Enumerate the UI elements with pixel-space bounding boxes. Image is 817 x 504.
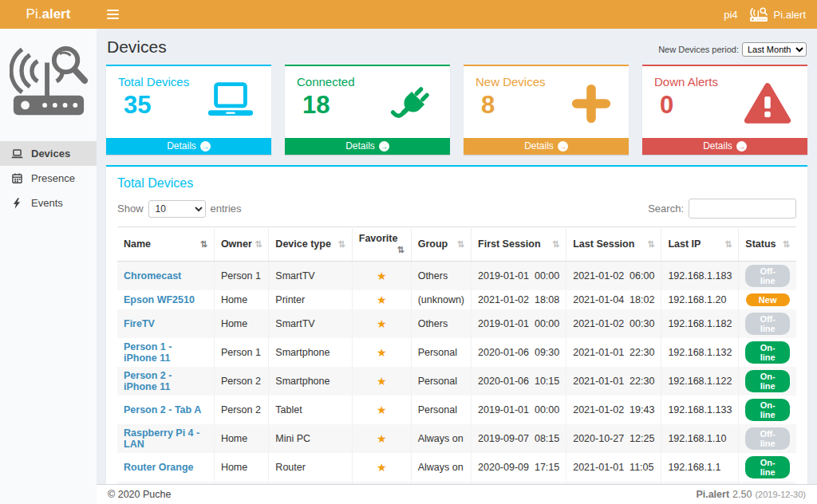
cell-ip: 192.168.1.10	[661, 424, 739, 453]
cell-group: (unknown)	[411, 290, 471, 309]
content-area: Devices New Devices period: Last Month T…	[97, 29, 817, 484]
cell-group: Personal	[411, 367, 471, 396]
column-header-status[interactable]: Status⇅	[739, 227, 796, 262]
device-link[interactable]: Raspberry Pi 4 - LAN	[124, 427, 199, 450]
summary-cards: Total Devices 35 Details→ Connected 18 D…	[106, 65, 807, 155]
sidebar-toggle-icon[interactable]	[97, 0, 128, 29]
sort-icon: ⇅	[338, 239, 345, 250]
brand-logo[interactable]: Pi.alert	[0, 6, 97, 22]
cell-ip: 192.168.1.122	[661, 367, 739, 396]
sidebar-item-events[interactable]: Events	[0, 191, 97, 215]
sidebar-item-label: Presence	[31, 172, 75, 184]
cell-status: Off-line	[739, 309, 796, 338]
sort-icon: ⇅	[200, 239, 207, 250]
arrow-circle-right-icon: →	[200, 141, 211, 152]
column-label: Last Session	[573, 238, 634, 250]
cell-date: 2021-01-04 18:02	[566, 290, 661, 309]
period-select[interactable]: Last Month	[742, 42, 807, 57]
device-link[interactable]: Person 2 - Tab A	[124, 404, 201, 415]
column-label: Name	[124, 238, 151, 250]
table-body: ChromecastPerson 1SmartTV★Others2019-01-…	[117, 262, 796, 485]
brand-suffix: alert	[41, 6, 70, 22]
page-footer: © 2020 Puche Pi.alert2.50(2019-12-30)	[97, 484, 817, 504]
cell-owner: Person 1	[214, 338, 268, 367]
top-navbar: Pi.alert pi4 Pi.alert	[0, 0, 817, 29]
favorite-star-icon: ★	[377, 317, 387, 330]
cell-ip: 192.168.1.20	[661, 290, 739, 309]
favorite-star-icon: ★	[377, 346, 387, 359]
sort-icon: ⇅	[783, 239, 790, 250]
column-label: Last IP	[668, 238, 701, 250]
sort-icon: ⇅	[457, 239, 464, 250]
cell-fav: ★	[352, 338, 411, 367]
status-badge: On-line	[745, 341, 790, 364]
cell-date: 2021-01-02 06:00	[566, 262, 661, 291]
cell-fav: ★	[352, 396, 411, 424]
cell-name: Raspberry Pi 4 - LAN	[117, 424, 214, 453]
sort-icon: ⇅	[255, 239, 262, 250]
cell-status: New	[739, 290, 796, 309]
user-menu[interactable]: Pi.alert	[749, 7, 806, 22]
column-header-name[interactable]: Name⇅	[117, 227, 214, 262]
search-input[interactable]	[689, 199, 796, 219]
sidebar-item-presence[interactable]: Presence	[0, 166, 97, 191]
cell-type: Smartphone	[269, 367, 352, 396]
table-row: Epson WF2510HomePrinter★(unknown)2021-01…	[117, 290, 796, 309]
arrow-circle-right-icon: →	[736, 141, 747, 152]
status-badge: On-line	[745, 456, 790, 478]
cell-group: Personal	[411, 396, 471, 424]
device-link[interactable]: Person 2 - iPhone 11	[124, 370, 172, 392]
column-header-last-session[interactable]: Last Session⇅	[566, 227, 661, 262]
details-button[interactable]: Details→	[464, 138, 629, 155]
favorite-star-icon: ★	[377, 432, 387, 445]
device-link[interactable]: Router Orange	[124, 462, 194, 473]
sidebar-item-devices[interactable]: Devices	[0, 141, 97, 166]
cell-status: On-line	[739, 367, 796, 396]
device-link[interactable]: FireTV	[124, 318, 155, 329]
column-header-owner[interactable]: Owner⇅	[214, 227, 268, 262]
device-link[interactable]: Chromecast	[124, 270, 181, 282]
laptop-icon	[206, 82, 255, 123]
column-header-favorite[interactable]: Favorite⇅	[352, 227, 411, 262]
sidebar-item-label: Devices	[31, 148, 70, 159]
page-length-select[interactable]: 10	[148, 200, 206, 218]
details-button[interactable]: Details→	[285, 138, 450, 155]
cell-name: Chromecast	[117, 262, 214, 291]
version-number: 2.50	[732, 489, 752, 500]
column-label: Status	[745, 238, 776, 250]
column-header-first-session[interactable]: First Session⇅	[472, 227, 566, 262]
column-header-last-ip[interactable]: Last IP⇅	[661, 227, 739, 262]
cell-date: 2021-01-01 22:30	[566, 338, 661, 367]
cell-owner: Person 1	[214, 262, 268, 291]
cell-date: 2020-01-06 09:30	[472, 338, 566, 367]
arrow-circle-right-icon: →	[379, 141, 389, 152]
column-label: Device type	[275, 238, 330, 250]
status-badge: Off-line	[745, 313, 790, 335]
cell-status: Off-line	[739, 424, 796, 453]
cell-owner: Home	[214, 309, 268, 338]
plug-icon	[389, 82, 434, 129]
status-badge: On-line	[745, 399, 790, 421]
cell-name: Person 1 - iPhone 11	[117, 338, 214, 367]
status-badge: On-line	[745, 370, 790, 392]
details-button[interactable]: Details→	[642, 138, 807, 155]
arrow-circle-right-icon: →	[558, 141, 568, 152]
table-row: ChromecastPerson 1SmartTV★Others2019-01-…	[117, 262, 796, 291]
cell-date: 2020-09-09 17:15	[472, 453, 566, 482]
pialert-logo-icon	[749, 7, 768, 22]
sort-icon: ⇅	[724, 239, 732, 250]
column-header-device-type[interactable]: Device type⇅	[269, 227, 352, 262]
details-label: Details	[703, 138, 732, 155]
page-title: Devices	[107, 37, 167, 57]
cell-group: Others	[411, 262, 471, 291]
device-link[interactable]: Person 1 - iPhone 11	[124, 341, 172, 364]
laptop-icon	[10, 149, 23, 159]
device-link[interactable]: Epson WF2510	[124, 294, 195, 305]
sidebar: Devices Presence Events	[0, 29, 97, 504]
column-header-group[interactable]: Group⇅	[411, 227, 471, 262]
details-button[interactable]: Details→	[106, 138, 271, 155]
cell-group: Others	[411, 309, 471, 338]
cell-status: On-line	[739, 396, 796, 424]
cell-date: 2019-09-07 08:15	[472, 424, 566, 453]
table-row: Person 2 - iPhone 11Person 2Smartphone★P…	[117, 367, 796, 396]
